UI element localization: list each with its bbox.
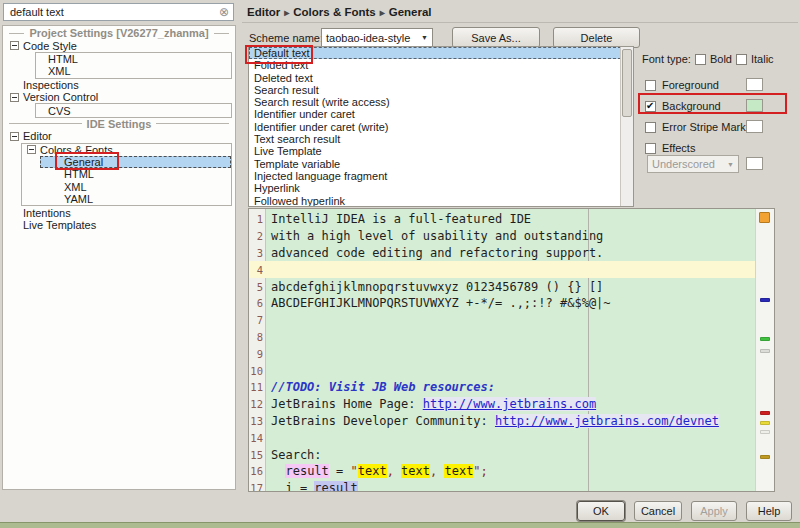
attribute-list-item[interactable]: Deleted text bbox=[249, 72, 620, 84]
attribute-list-item[interactable]: Hyperlink bbox=[249, 182, 620, 194]
sidebar-item-cf-yaml[interactable]: YAML bbox=[40, 193, 231, 205]
option-label: Foreground bbox=[662, 79, 719, 91]
stripe-mark[interactable] bbox=[760, 298, 770, 302]
attribute-list-item[interactable]: Template variable bbox=[249, 158, 620, 170]
attribute-list-item[interactable]: Search result (write access) bbox=[249, 96, 620, 108]
sidebar-item-html[interactable]: HTML bbox=[36, 53, 231, 65]
checkbox[interactable] bbox=[645, 143, 656, 154]
settings-dialog: default text ⊗ Project Settings [V26277_… bbox=[0, 0, 800, 528]
breadcrumb: Editor▸Colors & Fonts▸General bbox=[247, 6, 432, 18]
analysis-indicator-icon[interactable] bbox=[759, 212, 770, 223]
help-button[interactable]: Help bbox=[746, 501, 792, 521]
option-row-foreground: Foreground bbox=[645, 78, 795, 92]
effects-style-select[interactable]: Underscored ▼ bbox=[647, 155, 739, 173]
stripe-mark[interactable] bbox=[760, 421, 770, 425]
preview-pane[interactable]: 1IntelliJ IDEA is a full-featured IDE2wi… bbox=[248, 208, 775, 492]
bold-checkbox[interactable] bbox=[695, 54, 706, 65]
collapse-icon[interactable] bbox=[10, 41, 19, 50]
stripe-mark[interactable] bbox=[760, 337, 770, 341]
sidebar-item-version-control[interactable]: Version Control bbox=[3, 91, 235, 103]
preview-line: 2with a high level of usability and outs… bbox=[249, 228, 755, 245]
line-number: 2 bbox=[249, 230, 266, 242]
preview-line: 3advanced code editing and refactoring s… bbox=[249, 245, 755, 262]
sidebar-item-xml[interactable]: XML bbox=[36, 65, 231, 77]
version-control-group: CVS bbox=[35, 103, 232, 117]
annotation-rect-default-text bbox=[245, 45, 313, 64]
attribute-list-item[interactable]: Text search result bbox=[249, 133, 620, 145]
option-label: Effects bbox=[662, 142, 695, 154]
breadcrumb-editor[interactable]: Editor bbox=[247, 6, 280, 18]
sidebar-item-inspections[interactable]: Inspections bbox=[3, 79, 235, 91]
color-swatch[interactable] bbox=[746, 78, 763, 91]
delete-button[interactable]: Delete bbox=[553, 27, 640, 48]
collapse-icon[interactable] bbox=[10, 132, 19, 141]
sidebar-item-intentions[interactable]: Intentions bbox=[3, 206, 235, 218]
sidebar-item-live-templates[interactable]: Live Templates bbox=[3, 219, 235, 231]
italic-label: Italic bbox=[751, 53, 774, 65]
sidebar-item-editor[interactable]: Editor bbox=[3, 130, 235, 142]
sidebar-item-cvs[interactable]: CVS bbox=[36, 104, 231, 116]
preview-line: 14 bbox=[249, 429, 755, 446]
window-bottom-edge bbox=[0, 522, 800, 528]
line-number: 13 bbox=[249, 415, 266, 427]
scrollbar-thumb[interactable] bbox=[622, 49, 632, 117]
sidebar-item-colors-fonts[interactable]: Colors & Fonts bbox=[22, 144, 231, 156]
effects-style-value: Underscored bbox=[652, 158, 715, 170]
option-row-error-stripe-mark: Error Stripe Mark bbox=[645, 120, 795, 134]
preview-line: 1IntelliJ IDEA is a full-featured IDE bbox=[249, 211, 755, 228]
attribute-list-item[interactable]: Identifier under caret (write) bbox=[249, 121, 620, 133]
line-number: 10 bbox=[249, 365, 266, 377]
italic-checkbox[interactable] bbox=[736, 54, 747, 65]
sidebar-item-cf-html[interactable]: HTML bbox=[40, 168, 231, 180]
line-number: 12 bbox=[249, 398, 266, 410]
project-settings-header: Project Settings [V26277_zhanma] bbox=[3, 27, 235, 39]
save-as-button[interactable]: Save As... bbox=[452, 27, 540, 48]
attribute-rows: Default textFolded textDeleted textSearc… bbox=[249, 47, 620, 206]
checkbox[interactable] bbox=[645, 80, 656, 91]
attribute-list-item[interactable]: Injected language fragment bbox=[249, 170, 620, 182]
line-number: 1 bbox=[249, 213, 266, 225]
font-type-label: Font type: bbox=[642, 53, 691, 65]
attribute-list-item[interactable]: Identifier under caret bbox=[249, 108, 620, 120]
stripe-mark[interactable] bbox=[760, 430, 770, 434]
preview-line: 16 result = "text, text, text"; bbox=[249, 463, 755, 480]
scheme-select[interactable]: taobao-idea-style ▼ bbox=[321, 28, 433, 47]
code-style-group: HTML XML bbox=[35, 52, 232, 79]
clear-search-icon[interactable]: ⊗ bbox=[219, 6, 229, 18]
scheme-value: taobao-idea-style bbox=[326, 32, 410, 44]
effects-color-swatch[interactable] bbox=[746, 157, 763, 170]
ok-button[interactable]: OK bbox=[577, 501, 625, 521]
line-number: 6 bbox=[249, 297, 266, 309]
stripe-mark[interactable] bbox=[760, 455, 770, 459]
attribute-options-panel: Font type: Bold Italic ForegroundBackgro… bbox=[640, 50, 798, 225]
preview-line: 4 bbox=[249, 261, 755, 278]
stripe-mark[interactable] bbox=[760, 411, 770, 415]
sidebar-item-code-style[interactable]: Code Style bbox=[3, 39, 235, 51]
cancel-button[interactable]: Cancel bbox=[634, 501, 682, 521]
line-number: 15 bbox=[249, 449, 266, 461]
attribute-list: Default textFolded textDeleted textSearc… bbox=[248, 46, 634, 207]
collapse-icon[interactable] bbox=[10, 93, 19, 102]
breadcrumb-colors-fonts[interactable]: Colors & Fonts bbox=[293, 6, 375, 18]
error-stripe[interactable] bbox=[755, 209, 774, 491]
line-number: 5 bbox=[249, 281, 266, 293]
preview-lines: 1IntelliJ IDEA is a full-featured IDE2wi… bbox=[249, 209, 755, 491]
attribute-list-scrollbar[interactable] bbox=[620, 47, 633, 206]
preview-line: 5abcdefghijklmnopqrstuvwxyz 0123456789 (… bbox=[249, 278, 755, 295]
search-input[interactable]: default text ⊗ bbox=[3, 3, 234, 21]
attribute-list-item[interactable]: Live Template bbox=[249, 145, 620, 157]
preview-line: 17 i = result bbox=[249, 480, 755, 492]
stripe-mark[interactable] bbox=[760, 349, 770, 353]
option-label: Error Stripe Mark bbox=[662, 121, 746, 133]
line-number: 7 bbox=[249, 314, 266, 326]
line-number: 11 bbox=[249, 381, 266, 393]
checkbox[interactable] bbox=[645, 122, 656, 133]
color-swatch[interactable] bbox=[746, 120, 763, 133]
sidebar-item-cf-xml[interactable]: XML bbox=[40, 181, 231, 193]
attribute-list-item[interactable]: Search result bbox=[249, 84, 620, 96]
breadcrumb-separator-icon: ▸ bbox=[280, 7, 293, 18]
line-number: 16 bbox=[249, 465, 266, 477]
line-number: 9 bbox=[249, 348, 266, 360]
attribute-list-item[interactable]: Followed hyperlink bbox=[249, 195, 620, 206]
collapse-icon[interactable] bbox=[27, 145, 36, 154]
